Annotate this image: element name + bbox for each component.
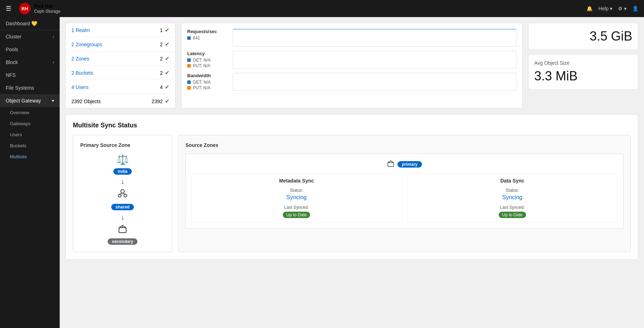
notification-icon[interactable]: 🔔 — [586, 6, 592, 11]
tools-menu[interactable]: ⚙ ▾ — [618, 6, 627, 11]
avg-object-size-value: 3.3 MiB — [534, 69, 632, 84]
zones-link[interactable]: 2 Zones — [71, 56, 90, 62]
chart-requests-title: Requests/sec — [187, 29, 230, 34]
chart-requests-left: Requests/sec 641 — [187, 29, 230, 41]
primary-zone-card-title: Primary Source Zone — [80, 142, 130, 148]
sidebar-sub-gateways[interactable]: Gateways — [0, 118, 60, 129]
sidebar-item-cluster-label: Cluster — [6, 34, 21, 39]
brand-text: Red Hat Ceph Storage — [34, 3, 60, 14]
sidebar-sub-users[interactable]: Users — [0, 129, 60, 140]
topnav: ☰ RH Red Hat Ceph Storage 🔔 Help ▾ ⚙ ▾ 👤 — [0, 0, 644, 17]
zones-count: 2 ✔ — [160, 55, 169, 62]
avg-object-size-card: Avg Object Size 3.3 MiB — [528, 54, 638, 90]
chart-requests-svg — [233, 30, 516, 46]
sidebar-item-pools-label: Pools — [6, 47, 18, 52]
buckets-ok-icon: ✔ — [165, 69, 169, 76]
chart-bandwidth-left: Bandwidth GET: N/A PUT: N/A — [187, 73, 230, 90]
sidebar-item-nfs[interactable]: NFS — [0, 69, 60, 81]
data-sync-last-label: Last Synced: — [412, 205, 613, 210]
buckets-link[interactable]: 2 Buckets — [71, 70, 93, 76]
metadata-sync-status-value: Syncing — [196, 194, 397, 201]
chart-requests-container: Requests/sec 641 50 — [187, 29, 516, 47]
shared-badge: shared — [111, 204, 134, 210]
shared-icon-svg — [118, 189, 128, 199]
sidebar-item-cluster[interactable]: Cluster › — [0, 30, 60, 43]
hamburger-icon[interactable]: ☰ — [6, 5, 11, 12]
sidebar-item-nfs-label: NFS — [6, 72, 16, 78]
zones-ok-icon: ✔ — [165, 55, 169, 62]
sidebar-item-object-gateway[interactable]: Object Gateway ▾ — [0, 94, 60, 107]
users-count: 4 ✔ — [160, 84, 169, 90]
detail-row-realm: 1 Realm 1 ✔ — [66, 23, 175, 37]
svg-rect-7 — [119, 228, 126, 233]
latency-legend-dot-get — [187, 58, 191, 62]
sidebar-item-filesystems-label: File Systems — [6, 85, 34, 91]
right-panel: 3.5 GiB Avg Object Size 3.3 MiB — [528, 23, 638, 109]
sidebar-item-block[interactable]: Block › — [0, 56, 60, 69]
sidebar-item-filesystems[interactable]: File Systems — [0, 81, 60, 94]
sidebar-sub-buckets[interactable]: Buckets — [0, 140, 60, 151]
realm-link[interactable]: 1 Realm — [71, 27, 90, 33]
stats-section: 1 Realm 1 ✔ 2 Zonegroups 2 ✔ 2 Zones 2 ✔… — [60, 17, 644, 109]
chart-bandwidth-area — [233, 73, 516, 91]
metadata-sync-last-label: Last Synced: — [196, 205, 397, 210]
primary-zone-badge: primary — [397, 161, 422, 168]
chart-requests-area — [233, 29, 516, 47]
chart-bandwidth-legend: GET: N/A PUT: N/A — [187, 80, 230, 90]
sidebar-sub-multisite[interactable]: Multisite — [0, 151, 60, 162]
svg-point-2 — [121, 190, 124, 193]
zone-detail-cube-icon — [387, 160, 395, 168]
help-menu[interactable]: Help ▾ — [598, 6, 612, 11]
top-metric-value: 3.5 GiB — [534, 29, 632, 44]
requests-legend-dot-0 — [187, 36, 191, 40]
topnav-right: 🔔 Help ▾ ⚙ ▾ 👤 — [586, 6, 638, 11]
metadata-sync-title: Metadata Sync — [196, 178, 397, 184]
sidebar-og-arrow: ▾ — [52, 98, 54, 103]
multisite-section: Multisite Sync Status Primary Source Zon… — [65, 114, 638, 260]
detail-row-users: 4 Users 4 ✔ — [66, 80, 175, 94]
buckets-count: 2 ✔ — [160, 69, 169, 76]
chart-bandwidth-area-container: 1 0.5 — [233, 73, 516, 91]
zone-detail-header: primary — [191, 160, 617, 169]
users-ok-icon: ✔ — [165, 84, 169, 90]
svg-line-6 — [123, 193, 125, 194]
source-zones-panel: Source Zones primary — [178, 135, 631, 252]
zonegroups-ok-icon: ✔ — [165, 41, 169, 48]
bandwidth-legend-label-get: GET: N/A — [193, 80, 211, 85]
arrow-down-1: ↓ — [121, 178, 124, 186]
zone-detail-icon — [387, 160, 395, 169]
user-icon[interactable]: 👤 — [632, 6, 638, 11]
primary-zone-card: Primary Source Zone ⚖️ india ↓ — [73, 135, 172, 252]
secondary-icon-svg — [118, 224, 128, 234]
metadata-sync-col: Metadata Sync Status: Syncing Last Synce… — [191, 173, 402, 223]
objects-count: 2392 ✔ — [152, 98, 169, 105]
detail-row-buckets: 2 Buckets 2 ✔ — [66, 66, 175, 80]
detail-row-zonegroups: 2 Zonegroups 2 ✔ — [66, 37, 175, 52]
svg-text:RH: RH — [22, 6, 28, 11]
multisite-title: Multisite Sync Status — [73, 122, 631, 129]
details-panel: 1 Realm 1 ✔ 2 Zonegroups 2 ✔ 2 Zones 2 ✔… — [65, 23, 175, 109]
secondary-icon — [118, 224, 128, 236]
data-sync-status-value: Syncing — [412, 194, 613, 201]
chart-bandwidth-legend-item-0: GET: N/A — [187, 80, 230, 85]
brand-subtitle: Ceph Storage — [34, 9, 60, 14]
chart-latency-container: Latency GET: N/A PUT: N/A — [187, 51, 516, 69]
sidebar-sub-overview[interactable]: Overview — [0, 107, 60, 118]
objects-label: 2392 Objects — [71, 99, 101, 104]
sidebar-item-object-gateway-label: Object Gateway — [6, 98, 41, 104]
shared-icon — [118, 189, 128, 201]
svg-point-4 — [124, 194, 127, 197]
users-link[interactable]: 4 Users — [71, 84, 88, 90]
objects-ok-icon: ✔ — [165, 98, 169, 105]
data-sync-last-badge: Up to Date — [499, 212, 526, 218]
sidebar-item-pools[interactable]: Pools — [0, 43, 60, 56]
metadata-sync-last-badge: Up to Date — [283, 212, 310, 218]
chart-latency: Latency GET: N/A PUT: N/A — [187, 51, 516, 69]
arrow-down-2: ↓ — [121, 213, 124, 221]
chart-latency-area-container: 1 0.5 — [233, 51, 516, 69]
sidebar-item-dashboard[interactable]: Dashboard 💛 — [0, 17, 60, 30]
chart-bandwidth-legend-item-1: PUT: N/A — [187, 85, 230, 90]
zonegroups-link[interactable]: 2 Zonegroups — [71, 42, 102, 47]
detail-row-zones: 2 Zones 2 ✔ — [66, 52, 175, 66]
sidebar-item-block-label: Block — [6, 59, 18, 65]
